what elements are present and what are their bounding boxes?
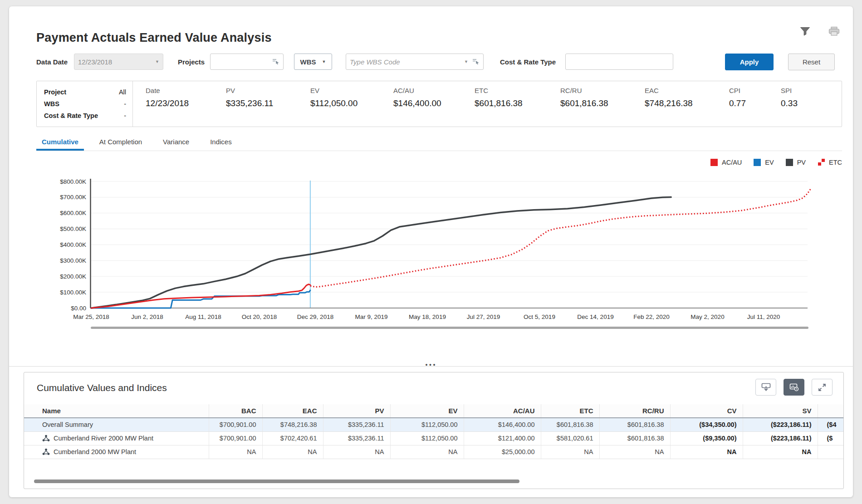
etc-dotted-swatch	[818, 159, 825, 166]
cell-cv: NA	[670, 445, 743, 459]
metric-label: EAC	[645, 87, 693, 94]
series-pv	[91, 197, 671, 308]
cell-name: Cumberland 2000 MW Plant	[24, 445, 209, 459]
summary-metric-spi: SPI0.33	[781, 87, 798, 108]
x-axis-label: Oct 5, 2019	[524, 313, 555, 320]
metric-value: 0.33	[781, 98, 798, 108]
tab-at-completion[interactable]: At Completion	[94, 134, 147, 151]
metric-label: EV	[310, 87, 358, 94]
wbs-dropdown[interactable]: WBS ▼	[294, 54, 332, 70]
cell-sv: ($223,186.11)	[743, 431, 818, 445]
y-axis-label: $300.00K	[60, 257, 86, 264]
col-header-clipped[interactable]	[818, 404, 843, 418]
chart-scrollbar[interactable]	[91, 327, 808, 329]
cell-ac-au: $25,000.00	[464, 445, 541, 459]
legend-item-ev[interactable]: EV	[754, 159, 774, 166]
x-axis-label: Jun 2, 2018	[131, 313, 163, 320]
cell-eac: $702,420.61	[262, 431, 323, 445]
chevron-down-icon: ▼	[155, 59, 159, 64]
y-axis-label: $200.00K	[60, 273, 86, 280]
col-header-cv[interactable]: CV	[670, 404, 743, 418]
evm-chart[interactable]: $0.00$100.00K$200.00K$300.00K$400.00K$50…	[36, 175, 835, 332]
filter-icon[interactable]	[799, 26, 811, 37]
cumulative-values-table: NameBACEACPVEVAC/AUETCRC/RUCVSVOverall S…	[24, 404, 843, 459]
tab-cumulative[interactable]: Cumulative	[36, 134, 84, 151]
legend-item-ac-au[interactable]: AC/AU	[710, 159, 742, 166]
col-header-ac-au[interactable]: AC/AU	[464, 404, 541, 418]
col-header-name[interactable]: Name	[24, 404, 209, 418]
cell-cv: ($34,350.00)	[670, 418, 743, 431]
cell-ac-au: $121,400.00	[464, 431, 541, 445]
col-header-etc[interactable]: ETC	[541, 404, 599, 418]
table-row-cumberland-2000-mw-plant[interactable]: Cumberland 2000 MW PlantNANANANA$25,000.…	[24, 445, 843, 459]
col-header-pv[interactable]: PV	[323, 404, 390, 418]
evm-analysis-card: Payment Actuals Earned Value Analysis Da…	[9, 6, 853, 497]
table-scrollbar[interactable]	[34, 480, 519, 483]
ev-swatch	[754, 159, 761, 166]
legend-item-etc[interactable]: ETC	[818, 159, 842, 166]
metric-label: ETC	[475, 87, 523, 94]
chevron-down-icon: ▼	[322, 59, 326, 64]
metric-value: $748,216.38	[645, 98, 693, 108]
y-axis-label: $800.00K	[60, 178, 86, 185]
data-date-input[interactable]: 12/23/2018 ▼	[74, 54, 163, 70]
col-header-eac[interactable]: EAC	[262, 404, 323, 418]
cell-etc: NA	[541, 445, 599, 459]
x-axis-label: May 18, 2019	[409, 313, 446, 320]
table-panel: Cumulative Values and Indices NameBACEAC…	[24, 372, 844, 489]
y-axis-label: $700.00K	[60, 194, 86, 201]
summary-filter-label: WBS	[44, 98, 59, 110]
y-axis-label: $400.00K	[60, 241, 86, 248]
splitter-dots-icon: ●●●	[425, 362, 436, 367]
cell-pv: NA	[323, 445, 390, 459]
detach-button[interactable]	[755, 379, 776, 396]
projects-input[interactable]	[210, 54, 284, 70]
cell-sv: NA	[743, 445, 818, 459]
x-axis-label: Jul 11, 2020	[747, 313, 780, 320]
metric-label: RC/RU	[560, 87, 608, 94]
chart-table-toggle-button[interactable]	[784, 379, 804, 396]
legend-label: EV	[765, 159, 774, 166]
cell-bac: $700,901.00	[209, 431, 262, 445]
print-icon[interactable]	[828, 26, 840, 37]
cell-rc-ru: $601,816.38	[599, 418, 670, 431]
tab-variance[interactable]: Variance	[157, 134, 195, 151]
summary-metric-ac-au: AC/AU$146,400.00	[393, 87, 441, 108]
apply-button[interactable]: Apply	[725, 54, 774, 70]
metric-value: $335,236.11	[226, 98, 273, 108]
summary-metric-ev: EV$112,050.00	[310, 87, 358, 108]
col-header-sv[interactable]: SV	[743, 404, 818, 418]
expand-button[interactable]	[812, 379, 833, 396]
panel-splitter[interactable]: ●●●	[9, 360, 853, 367]
table-row-cumberland-river-2000-mw-plant[interactable]: Cumberland River 2000 MW Plant$700,901.0…	[24, 431, 843, 445]
cell-bac: NA	[209, 445, 262, 459]
list-of-values-icon[interactable]	[272, 58, 279, 66]
legend-label: ETC	[829, 159, 842, 166]
summary-metric-pv: PV$335,236.11	[226, 87, 273, 108]
legend-item-pv[interactable]: PV	[786, 159, 806, 166]
y-axis-label: $600.00K	[60, 210, 86, 216]
summary-metric-eac: EAC$748,216.38	[645, 87, 693, 108]
wbs-code-input[interactable]: Type WBS Code ▼	[346, 54, 484, 70]
table-row-overall-summary[interactable]: Overall Summary$700,901.00$748,216.38$33…	[24, 418, 843, 431]
cost-rate-type-label: Cost & Rate Type	[500, 54, 556, 71]
reset-button[interactable]: Reset	[788, 54, 835, 70]
panel-title: Cumulative Values and Indices	[37, 382, 167, 393]
y-axis-label: $100.00K	[60, 289, 86, 296]
series-ev	[91, 290, 310, 308]
col-header-rc-ru[interactable]: RC/RU	[599, 404, 670, 418]
col-header-bac[interactable]: BAC	[209, 404, 262, 418]
metric-label: AC/AU	[393, 87, 441, 94]
summary-filter-row: ProjectAll	[44, 86, 126, 98]
series-ac-au	[91, 284, 310, 308]
tab-indices[interactable]: Indices	[205, 134, 237, 151]
cell-etc: $601,816.38	[541, 418, 599, 431]
col-header-ev[interactable]: EV	[390, 404, 464, 418]
cell-bac: $700,901.00	[209, 418, 262, 431]
cell-pv: $335,236.11	[323, 418, 390, 431]
page-title: Payment Actuals Earned Value Analysis	[36, 31, 272, 45]
cost-rate-type-input[interactable]	[565, 54, 673, 70]
list-of-values-icon[interactable]	[472, 58, 480, 66]
cell-sv: ($223,186.11)	[743, 418, 818, 431]
legend-label: AC/AU	[722, 159, 742, 166]
